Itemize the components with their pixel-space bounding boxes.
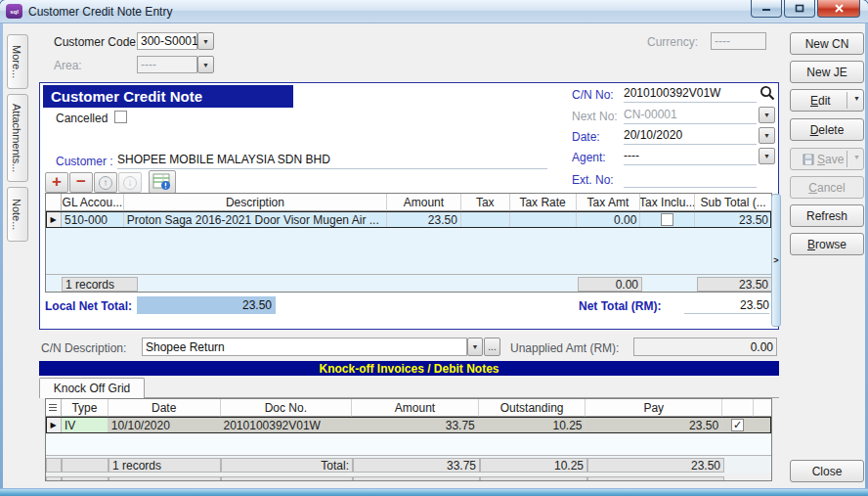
col-tax-rate[interactable]: Tax Rate	[510, 194, 577, 211]
agent-dropdown[interactable]: ▼	[759, 148, 775, 164]
col-pay[interactable]: Pay	[586, 399, 722, 417]
currency-label: Currency:	[647, 35, 698, 49]
save-button[interactable]: Save ▼	[790, 148, 864, 170]
cell-sub-total[interactable]: 23.50	[695, 211, 771, 228]
delete-button[interactable]: Delete	[790, 118, 864, 141]
tax-inclusive-checkbox[interactable]	[661, 213, 673, 226]
cn-description-ellipsis-button[interactable]: ...	[484, 338, 500, 356]
clipped-row	[46, 473, 771, 481]
arrow-down-icon: ↓	[123, 176, 137, 190]
date-dropdown[interactable]: ▼	[759, 127, 775, 144]
cell-description[interactable]: Proton Saga 2016-2021 Door Visor Mugen A…	[124, 211, 387, 228]
ext-no-label: Ext. No:	[572, 173, 614, 187]
customer-code-field[interactable]: 300-S0001	[137, 32, 197, 50]
cell-pay[interactable]: 23.50	[586, 417, 722, 433]
cn-no-field[interactable]: 2010100392V01W	[624, 86, 757, 103]
area-dropdown[interactable]: ▼	[197, 56, 214, 73]
cell-ko-amount[interactable]: 33.75	[352, 417, 479, 433]
tax-calculator-button[interactable]	[149, 170, 176, 194]
search-cn-button[interactable]	[759, 84, 776, 102]
titlebar[interactable]: sql Customer Credit Note Entry	[0, 0, 868, 23]
knockoff-grid-row[interactable]: ▶ IV 10/10/2020 2010100392V01W 33.75 10.…	[46, 417, 771, 433]
maximize-button[interactable]	[784, 0, 815, 18]
items-footer-tax-amt: 0.00	[578, 277, 642, 292]
date-field[interactable]: 20/10/2020	[624, 128, 757, 145]
new-cn-button[interactable]: New CN	[790, 32, 864, 55]
cell-tax[interactable]	[461, 211, 510, 228]
knockoff-checkbox[interactable]: ✓	[731, 419, 744, 431]
sidebar-tab-attachments[interactable]: Attachments...	[7, 94, 28, 182]
col-gl-account[interactable]: GL Accou...	[62, 194, 124, 211]
move-row-up-button[interactable]: ↑	[94, 172, 117, 193]
col-knockoff-check[interactable]	[722, 399, 754, 417]
window-controls	[751, 0, 860, 18]
cell-outstanding[interactable]: 10.25	[479, 417, 586, 433]
cancel-button[interactable]: Cancel	[790, 176, 864, 199]
ext-no-field[interactable]	[624, 171, 757, 188]
move-row-down-button[interactable]: ↓	[118, 172, 142, 193]
col-outstanding[interactable]: Outstanding	[479, 399, 586, 417]
cell-type[interactable]: IV	[62, 417, 108, 433]
customer-code-label: Customer Code:	[54, 35, 139, 49]
minimize-button[interactable]	[751, 0, 782, 18]
cell-date[interactable]: 10/10/2020	[108, 417, 221, 433]
refresh-button[interactable]: Refresh	[790, 204, 864, 227]
col-tax[interactable]: Tax	[461, 194, 510, 211]
customer-value: SHOPEE MOBILE MALAYSIA SDN BHD	[117, 153, 330, 166]
customer-code-dropdown[interactable]: ▼	[197, 32, 214, 50]
cell-doc-no[interactable]: 2010100392V01W	[221, 417, 353, 433]
col-description[interactable]: Description	[124, 194, 387, 211]
app-logo-text: sql	[10, 9, 19, 15]
next-no-value: CN-00001	[624, 108, 677, 121]
browse-button[interactable]: Browse	[790, 233, 864, 255]
cell-amount[interactable]: 23.50	[387, 211, 461, 228]
cell-knockoff-check: ✓	[722, 417, 754, 433]
sidebar-tab-more[interactable]: More...	[7, 34, 28, 89]
edit-dropdown[interactable]: ▼	[853, 95, 860, 102]
area-field[interactable]: ----	[137, 56, 197, 73]
col-doc-no[interactable]: Doc No.	[221, 399, 353, 417]
ko-row-indicator: ▶	[46, 417, 62, 433]
new-je-button[interactable]: New JE	[790, 61, 864, 83]
ko-footer-amount: 33.75	[353, 458, 480, 473]
col-sub-total[interactable]: Sub Total (...	[695, 194, 771, 211]
sidebar-tab-note[interactable]: Note...	[7, 187, 28, 242]
tab-knock-off-grid[interactable]: Knock Off Grid	[39, 378, 145, 398]
cn-description-field[interactable]: Shopee Return	[142, 338, 467, 356]
window-border-bottom	[0, 488, 868, 496]
col-type[interactable]: Type	[62, 399, 108, 417]
knockoff-banner-text: Knock-off Invoices / Debit Notes	[319, 362, 499, 376]
close-button[interactable]: Close	[790, 460, 864, 482]
col-date[interactable]: Date	[108, 399, 221, 417]
col-tax-amt[interactable]: Tax Amt	[577, 194, 641, 211]
maximize-icon	[795, 4, 804, 13]
save-dropdown: ▼	[853, 154, 860, 160]
arrow-up-icon: ↑	[99, 176, 112, 190]
panel-splitter[interactable]: >	[771, 194, 781, 327]
chevron-down-icon: ▼	[202, 38, 209, 45]
remove-row-button[interactable]: −	[69, 172, 93, 193]
col-tax-inclusive[interactable]: Tax Inclu...	[640, 194, 695, 211]
cn-description-dropdown[interactable]: ▼	[467, 338, 483, 356]
add-row-button[interactable]: +	[45, 172, 68, 193]
items-grid-corner[interactable]	[46, 194, 62, 211]
cell-tax-rate[interactable]	[510, 211, 577, 228]
col-ko-amount[interactable]: Amount	[352, 399, 479, 417]
edit-button[interactable]: Edit ▼	[790, 89, 864, 112]
items-grid-row[interactable]: ▶ 510-000 Proton Saga 2016-2021 Door Vis…	[46, 211, 771, 228]
cell-tax-inclusive	[640, 211, 695, 228]
agent-value: ----	[624, 149, 639, 162]
col-amount[interactable]: Amount	[387, 194, 461, 211]
agent-field[interactable]: ----	[624, 149, 757, 165]
chevron-down-icon: ▼	[472, 343, 479, 350]
ko-footer-pay: 23.50	[587, 458, 724, 473]
cell-tax-amt[interactable]: 0.00	[577, 211, 641, 228]
unapplied-amt-field: 0.00	[633, 338, 777, 356]
next-no-dropdown[interactable]: ▼	[759, 107, 775, 123]
close-window-button[interactable]	[817, 0, 860, 18]
customer-field[interactable]: SHOPEE MOBILE MALAYSIA SDN BHD	[117, 153, 547, 169]
cancelled-checkbox[interactable]	[114, 111, 127, 123]
cell-gl-account[interactable]: 510-000	[62, 211, 124, 228]
knockoff-grid-customize-button[interactable]	[46, 399, 62, 417]
ko-footer-total-label: Total:	[221, 458, 353, 473]
